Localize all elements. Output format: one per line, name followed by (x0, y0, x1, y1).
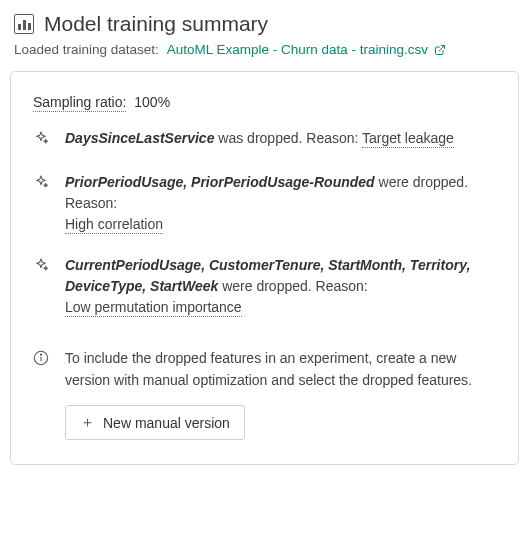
plus-icon: ＋ (80, 413, 95, 432)
button-label: New manual version (103, 415, 230, 431)
dropped-feature-names: PriorPeriodUsage, PriorPeriodUsage-Round… (65, 174, 375, 190)
bar-chart-icon (14, 14, 34, 34)
page-title: Model training summary (44, 12, 268, 36)
drop-entry-content: PriorPeriodUsage, PriorPeriodUsage-Round… (65, 172, 496, 235)
drop-verb: was dropped. Reason: (214, 130, 362, 146)
sparkle-icon (33, 128, 51, 152)
dataset-link-text: AutoML Example - Churn data - training.c… (167, 42, 428, 57)
sparkle-icon (33, 255, 51, 318)
svg-line-0 (439, 46, 445, 52)
new-manual-version-button[interactable]: ＋ New manual version (65, 405, 245, 440)
drop-entry: DaysSinceLastService was dropped. Reason… (33, 128, 496, 152)
external-link-icon (432, 42, 446, 57)
drop-reason[interactable]: Low permutation importance (65, 299, 242, 317)
dropped-features-list: DaysSinceLastService was dropped. Reason… (33, 128, 496, 318)
drop-verb: were dropped. Reason: (218, 278, 367, 294)
sparkle-icon (33, 172, 51, 235)
sampling-value: 100% (134, 94, 170, 110)
drop-entry: PriorPeriodUsage, PriorPeriodUsage-Round… (33, 172, 496, 235)
summary-card: Sampling ratio: 100% DaysSinceLastServic… (10, 71, 519, 465)
info-icon (33, 348, 51, 440)
info-text: To include the dropped features in an ex… (65, 348, 496, 391)
drop-entry-content: DaysSinceLastService was dropped. Reason… (65, 128, 496, 152)
subhead-prefix: Loaded training dataset: (14, 42, 159, 57)
sampling-label: Sampling ratio: (33, 94, 126, 112)
dataset-link[interactable]: AutoML Example - Churn data - training.c… (167, 42, 446, 57)
sampling-row: Sampling ratio: 100% (33, 94, 496, 110)
page-header: Model training summary (10, 10, 519, 42)
svg-point-3 (40, 354, 41, 355)
drop-reason[interactable]: High correlation (65, 216, 163, 234)
drop-entry-content: CurrentPeriodUsage, CustomerTenure, Star… (65, 255, 496, 318)
info-block: To include the dropped features in an ex… (33, 348, 496, 440)
dataset-subhead: Loaded training dataset: AutoML Example … (10, 42, 519, 71)
drop-reason[interactable]: Target leakage (362, 130, 454, 148)
dropped-feature-names: DaysSinceLastService (65, 130, 214, 146)
drop-entry: CurrentPeriodUsage, CustomerTenure, Star… (33, 255, 496, 318)
